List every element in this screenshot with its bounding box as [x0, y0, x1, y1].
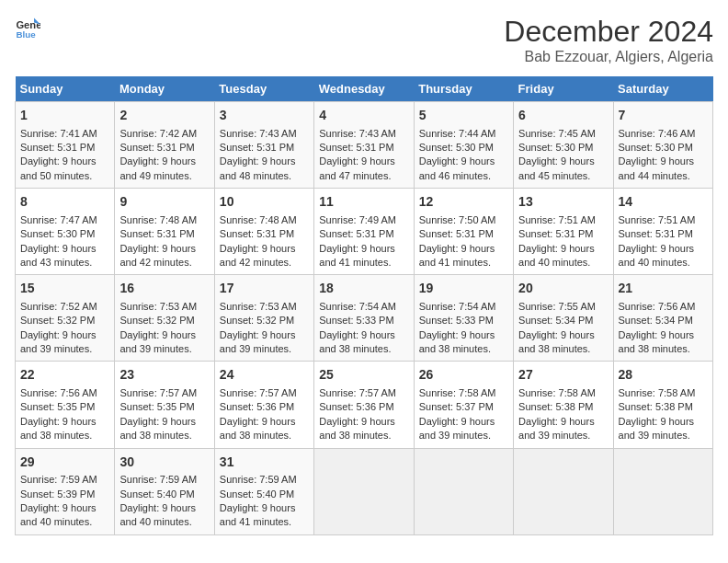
calendar-cell: 8Sunrise: 7:47 AMSunset: 5:30 PMDaylight… [16, 189, 115, 275]
calendar-cell: 5Sunrise: 7:44 AMSunset: 5:30 PMDaylight… [414, 102, 513, 189]
day-info: Sunrise: 7:58 AM [518, 386, 608, 400]
day-info: Sunset: 5:31 PM [319, 227, 408, 241]
day-info: Sunset: 5:35 PM [20, 400, 109, 414]
day-info: Daylight: 9 hours and 38 minutes. [619, 328, 708, 357]
day-info: Daylight: 9 hours and 49 minutes. [119, 155, 209, 183]
calendar-cell: 23Sunrise: 7:57 AMSunset: 5:35 PMDayligh… [115, 362, 214, 448]
calendar-cell: 3Sunrise: 7:43 AMSunset: 5:31 PMDaylight… [214, 102, 313, 189]
day-number: 14 [619, 193, 708, 212]
day-info: Daylight: 9 hours and 46 minutes. [419, 155, 508, 183]
day-number: 19 [419, 280, 508, 298]
calendar-cell: 1Sunrise: 7:41 AMSunset: 5:31 PMDaylight… [16, 102, 115, 189]
day-info: Sunset: 5:31 PM [619, 227, 708, 241]
day-number: 31 [220, 454, 309, 472]
day-number: 16 [119, 280, 209, 298]
calendar-cell: 11Sunrise: 7:49 AMSunset: 5:31 PMDayligh… [314, 189, 414, 275]
calendar-cell: 16Sunrise: 7:53 AMSunset: 5:32 PMDayligh… [115, 275, 214, 362]
calendar-cell: 21Sunrise: 7:56 AMSunset: 5:34 PMDayligh… [613, 275, 712, 362]
day-info: Sunrise: 7:43 AM [319, 127, 408, 141]
day-info: Daylight: 9 hours and 47 minutes. [319, 155, 408, 183]
day-number: 3 [220, 107, 309, 125]
day-number: 4 [319, 107, 408, 125]
day-number: 2 [119, 107, 209, 125]
calendar-cell: 4Sunrise: 7:43 AMSunset: 5:31 PMDaylight… [314, 102, 414, 189]
day-number: 24 [220, 366, 309, 385]
calendar-cell: 27Sunrise: 7:58 AMSunset: 5:38 PMDayligh… [514, 362, 613, 448]
day-number: 26 [419, 366, 508, 385]
day-info: Sunset: 5:31 PM [119, 227, 209, 241]
calendar-week-4: 22Sunrise: 7:56 AMSunset: 5:35 PMDayligh… [16, 362, 713, 448]
day-info: Sunrise: 7:51 AM [518, 213, 608, 227]
day-info: Sunset: 5:40 PM [220, 488, 309, 501]
day-info: Sunset: 5:31 PM [20, 141, 109, 155]
day-number: 29 [20, 454, 109, 472]
day-info: Daylight: 9 hours and 40 minutes. [518, 242, 608, 270]
day-info: Daylight: 9 hours and 42 minutes. [119, 242, 209, 270]
day-info: Daylight: 9 hours and 43 minutes. [20, 242, 109, 270]
calendar-table: SundayMondayTuesdayWednesdayThursdayFrid… [15, 76, 713, 535]
day-info: Sunset: 5:31 PM [419, 227, 508, 241]
calendar-cell: 19Sunrise: 7:54 AMSunset: 5:33 PMDayligh… [414, 275, 513, 362]
calendar-cell: 29Sunrise: 7:59 AMSunset: 5:39 PMDayligh… [16, 448, 115, 534]
day-info: Daylight: 9 hours and 38 minutes. [20, 415, 109, 443]
calendar-cell: 13Sunrise: 7:51 AMSunset: 5:31 PMDayligh… [514, 189, 613, 275]
calendar-cell: 12Sunrise: 7:50 AMSunset: 5:31 PMDayligh… [414, 189, 513, 275]
day-info: Sunrise: 7:48 AM [220, 213, 309, 227]
logo: General Blue [15, 15, 40, 40]
calendar-cell [613, 448, 712, 534]
calendar-cell: 26Sunrise: 7:58 AMSunset: 5:37 PMDayligh… [414, 362, 513, 448]
day-info: Sunrise: 7:59 AM [20, 473, 109, 487]
day-info: Sunrise: 7:47 AM [20, 213, 109, 227]
day-info: Sunset: 5:38 PM [619, 400, 708, 414]
day-number: 22 [20, 366, 109, 385]
logo-icon: General Blue [15, 15, 40, 40]
day-info: Sunrise: 7:55 AM [518, 300, 608, 314]
day-info: Sunset: 5:30 PM [20, 227, 109, 241]
calendar-cell: 7Sunrise: 7:46 AMSunset: 5:30 PMDaylight… [613, 102, 712, 189]
day-info: Sunrise: 7:57 AM [119, 386, 209, 400]
day-number: 18 [319, 280, 408, 298]
day-info: Daylight: 9 hours and 39 minutes. [619, 415, 708, 443]
day-info: Sunrise: 7:59 AM [119, 473, 209, 487]
day-number: 6 [518, 107, 608, 125]
header-cell-friday: Friday [514, 76, 613, 102]
day-info: Sunrise: 7:53 AM [220, 300, 309, 314]
day-info: Daylight: 9 hours and 38 minutes. [319, 328, 408, 357]
day-info: Sunrise: 7:49 AM [319, 213, 408, 227]
day-info: Daylight: 9 hours and 38 minutes. [419, 328, 508, 357]
day-info: Sunset: 5:31 PM [119, 141, 209, 155]
day-info: Daylight: 9 hours and 50 minutes. [20, 155, 109, 183]
calendar-cell: 18Sunrise: 7:54 AMSunset: 5:33 PMDayligh… [314, 275, 414, 362]
page-subtitle: Bab Ezzouar, Algiers, Algeria [504, 49, 713, 65]
day-info: Sunrise: 7:57 AM [220, 386, 309, 400]
day-number: 20 [518, 280, 608, 298]
day-info: Sunrise: 7:58 AM [619, 386, 708, 400]
day-info: Sunrise: 7:44 AM [419, 127, 508, 141]
day-number: 9 [119, 193, 209, 212]
calendar-cell: 31Sunrise: 7:59 AMSunset: 5:40 PMDayligh… [214, 448, 313, 534]
day-info: Sunrise: 7:41 AM [20, 127, 109, 141]
day-info: Daylight: 9 hours and 40 minutes. [119, 501, 209, 530]
day-info: Daylight: 9 hours and 42 minutes. [220, 242, 309, 270]
day-number: 30 [119, 454, 209, 472]
day-info: Sunrise: 7:50 AM [419, 213, 508, 227]
calendar-cell: 10Sunrise: 7:48 AMSunset: 5:31 PMDayligh… [214, 189, 313, 275]
calendar-week-5: 29Sunrise: 7:59 AMSunset: 5:39 PMDayligh… [16, 448, 713, 534]
day-info: Sunset: 5:32 PM [20, 314, 109, 327]
day-info: Sunset: 5:30 PM [518, 141, 608, 155]
day-info: Sunrise: 7:54 AM [419, 300, 508, 314]
day-number: 5 [419, 107, 508, 125]
day-info: Daylight: 9 hours and 41 minutes. [319, 242, 408, 270]
day-info: Sunrise: 7:45 AM [518, 127, 608, 141]
day-info: Sunset: 5:31 PM [518, 227, 608, 241]
day-info: Daylight: 9 hours and 39 minutes. [518, 415, 608, 443]
day-info: Sunset: 5:31 PM [220, 141, 309, 155]
page-title: December 2024 [504, 15, 713, 49]
day-info: Sunset: 5:36 PM [220, 400, 309, 414]
day-number: 17 [220, 280, 309, 298]
header-cell-thursday: Thursday [414, 76, 513, 102]
calendar-cell: 25Sunrise: 7:57 AMSunset: 5:36 PMDayligh… [314, 362, 414, 448]
day-number: 28 [619, 366, 708, 385]
header-cell-monday: Monday [115, 76, 214, 102]
day-number: 11 [319, 193, 408, 212]
